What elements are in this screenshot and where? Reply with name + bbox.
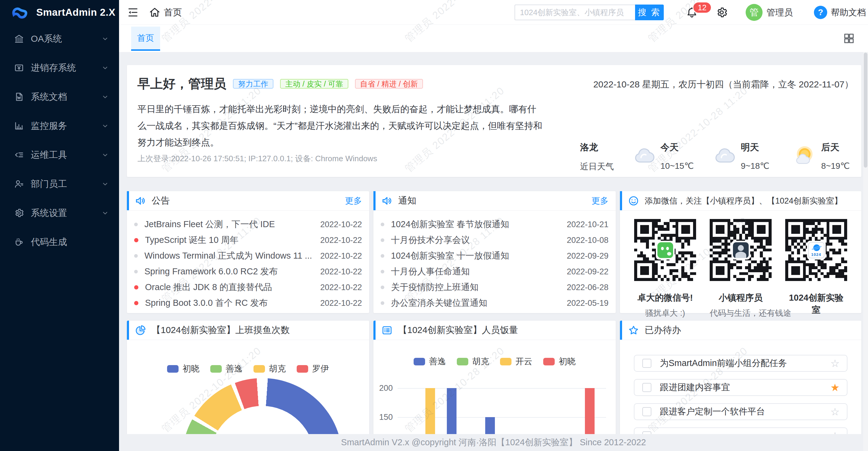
todo-checkbox[interactable] [642,359,651,368]
scrollbar-thumb[interactable] [864,53,867,168]
settings-icon [14,208,24,218]
qr-caption: 小镇程序员 [710,292,772,304]
announcement-date: 2022-10-22 [320,283,362,292]
tabbar: 首页 [119,25,868,52]
notice-row[interactable]: 1024创新实验室 春节放假通知2022-10-21 [373,217,616,232]
announcement-row[interactable]: Spring Boot 3.0.0 首个 RC 发布2022-10-22 [127,295,369,311]
fish-chart-header: 【1024创新实验室】上班摸鱼次数 [127,321,369,340]
star-icon [628,325,639,336]
notice-date: 2022-10-08 [567,236,609,245]
chevron-down-icon [101,151,110,159]
legend-chip-icon [167,365,179,373]
user-name[interactable]: 管理员 [767,0,793,25]
legend-item: 开云 [500,356,532,367]
speaker-icon [135,195,146,206]
ops-icon [14,150,24,160]
avatar[interactable]: 管 [746,4,763,21]
star-filled-icon[interactable]: ★ [831,382,840,393]
legend-label: 初晓 [559,356,576,367]
notice-date: 2022-09-29 [567,251,609,261]
announcement-date: 2022-10-22 [320,220,362,229]
announcement-date: 2022-10-22 [320,299,362,308]
grid-layout-icon[interactable] [843,32,855,45]
qr-column: 小镇程序员代码与生活，还有钱途 [710,219,772,331]
qr-code: 1024 [785,219,847,281]
todo-label: 为SmartAdmin前端小组分配任务 [660,357,831,369]
announcement-row[interactable]: TypeScript 诞生 10 周年2022-10-22 [127,232,369,248]
topbar: 首页 搜 索 12 管 管理员 ? 帮助文档 [119,0,868,25]
sidebar-item-代码生成[interactable]: 代码生成 [0,227,119,256]
announcement-date: 2022-10-22 [320,236,362,245]
search-input[interactable] [515,4,635,20]
dot-icon [381,285,384,289]
todo-checkbox[interactable] [642,407,651,416]
chevron-down-icon [101,92,110,101]
todo-item[interactable]: 跟进客户定制一个软件平台☆ [634,403,847,420]
announcement-row[interactable]: Spring Framework 6.0.0 RC2 发布2022-10-22 [127,264,369,280]
main-content: 早上好，管理员 努力工作主动 / 皮实 / 可靠自省 / 精进 / 创新 平日里… [119,52,868,451]
sidebar-item-系统文档[interactable]: 系统文档 [0,82,119,111]
bank-icon [14,34,24,44]
todo-label: 跟进团建内容事宜 [660,382,831,394]
notice-text: 十月份技术分享会议 [391,234,562,246]
wechat-title: 添加微信，关注【小镇程序员】、【1024创新实验室】 [645,195,842,206]
todo-item[interactable]: 跟进团建内容事宜★ [634,379,847,396]
avatar-logo-icon [732,241,750,259]
date-line: 2022-10-28 星期五，农历十初四（当前霜降，立冬 2022-11-07） [593,78,854,91]
scrollbar[interactable] [863,52,868,451]
announcements-more-link[interactable]: 更多 [345,195,362,206]
sidebar-item-进销存系统[interactable]: 进销存系统 [0,53,119,82]
todo-card: 已办待办 为SmartAdmin前端小组分配任务☆跟进团建内容事宜★跟进客户定制… [620,321,861,451]
notices-more-link[interactable]: 更多 [592,195,609,206]
greeting-card: 早上好，管理员 努力工作主动 / 皮实 / 可靠自省 / 精进 / 创新 平日里… [127,65,861,177]
qr-caption: 卓大的微信号! [634,292,696,304]
announcement-row[interactable]: Windows Terminal 正式成为 Windows 11 ...2022… [127,248,369,264]
dot-icon [134,301,138,305]
weather-strip: 洛龙近日天气今天10~15℃明天9~18℃后天8~19℃ [580,141,855,172]
dot-icon [134,270,138,274]
dot-icon [381,254,384,258]
legend-item: 善逸 [413,356,446,367]
sidebar-item-系统设置[interactable]: 系统设置 [0,198,119,227]
cloud-icon [713,144,737,168]
sidebar-item-监控服务[interactable]: 监控服务 [0,111,119,140]
meal-chart-card: 【1024创新实验室】人员饭量 善逸胡克开云初晓 200150 [373,321,616,451]
todo-item[interactable]: 为SmartAdmin前端小组分配任务☆ [634,355,847,372]
logo[interactable]: SmartAdmin 2.X [0,0,119,25]
notice-row[interactable]: 办公室消杀关键位置通知2022-05-19 [373,295,616,311]
notice-row[interactable]: 十月份人事任命通知2022-09-22 [373,264,616,280]
meal-chart-title: 【1024创新实验室】人员饭量 [398,324,518,336]
notice-text: 办公室消杀关键位置通知 [391,297,562,309]
home-icon[interactable] [149,6,161,19]
gear-icon[interactable] [716,6,728,19]
fish-chart-legend: 初晓善逸胡克罗伊 [127,363,369,374]
announcement-row[interactable]: Oracle 推出 JDK 8 的直接替代品2022-10-22 [127,280,369,295]
help-icon[interactable]: ? [814,6,827,19]
announcement-row[interactable]: JetBrains Fleet 公测，下一代 IDE2022-10-22 [127,217,369,232]
sidebar-item-运维工具[interactable]: 运维工具 [0,140,119,169]
greeting-tag: 努力工作 [233,79,273,89]
sidebar-item-OA系统[interactable]: OA系统 [0,24,119,53]
qr-code [634,219,696,281]
star-outline-icon[interactable]: ☆ [831,358,840,368]
todo-checkbox[interactable] [642,383,651,392]
notification-badge: 12 [692,1,712,13]
tab-home[interactable]: 首页 [131,27,160,51]
dot-icon [134,238,138,242]
notice-row[interactable]: 十月份技术分享会议2022-10-08 [373,232,616,248]
star-outline-icon[interactable]: ☆ [831,406,840,417]
help-docs-link[interactable]: 帮助文档 [831,0,866,25]
legend-item: 初晓 [543,356,576,367]
menu-fold-icon[interactable] [127,6,139,19]
legend-chip-icon [500,358,512,365]
weather-city: 洛龙近日天气 [580,141,614,172]
search-button[interactable]: 搜 索 [635,4,664,20]
notice-row[interactable]: 1024创新实验室 十一放假通知2022-09-29 [373,248,616,264]
breadcrumb[interactable]: 首页 [164,0,182,25]
cloud-icon [633,144,656,168]
sidebar-item-部门员工[interactable]: 部门员工 [0,169,119,198]
notice-row[interactable]: 关于疫情防控上班通知2022-06-28 [373,280,616,295]
legend-chip-icon [457,358,468,365]
invoice-icon [14,63,24,73]
codegen-icon [14,237,24,247]
